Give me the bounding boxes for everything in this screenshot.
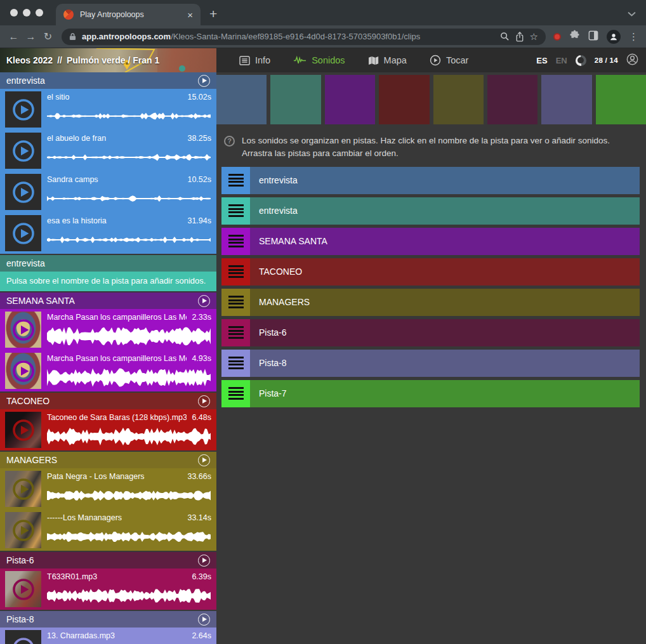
lang-es-button[interactable]: ES [536, 56, 547, 65]
project-banner[interactable]: Kleos 2022//Pulmón verde / Fran 1 [0, 48, 216, 72]
clip-play-icon[interactable] [12, 181, 35, 204]
bookmark-star-icon[interactable]: ☆ [530, 32, 538, 41]
tab-search-chevron-icon[interactable] [628, 8, 636, 19]
track-play-all-icon[interactable] [198, 454, 210, 466]
clip-waveform-box[interactable] [47, 422, 211, 450]
clip-waveform-box[interactable] [47, 481, 211, 509]
drag-handle[interactable] [221, 289, 250, 316]
clip-art[interactable] [5, 215, 41, 251]
nav-tab-tocar[interactable]: Tocar [430, 55, 468, 66]
track-header[interactable]: Pista-8 [0, 611, 216, 628]
window-zoom-button[interactable] [36, 9, 43, 16]
account-icon[interactable] [626, 53, 638, 68]
clip-play-icon[interactable] [12, 140, 35, 162]
clip-row[interactable]: ------Los Mananagers33.14s [0, 509, 216, 551]
clip-waveform-box[interactable] [47, 640, 211, 644]
track-swatch-pista-8-6[interactable] [541, 75, 591, 124]
clip-art[interactable] [5, 133, 41, 169]
clip-waveform-box[interactable] [47, 322, 211, 350]
clip-waveform-box[interactable] [47, 102, 211, 130]
track-swatch-pista-6-5[interactable] [487, 75, 537, 124]
clip-art[interactable] [5, 91, 41, 128]
track-play-all-icon[interactable] [198, 555, 210, 567]
address-bar[interactable]: app.antropoloops.com/Kleos-Santa-Marina/… [62, 29, 546, 45]
nav-tab-info[interactable]: Info [239, 55, 270, 65]
clip-art[interactable] [5, 353, 41, 389]
track-row-entrevista-0[interactable]: entrevista [221, 167, 640, 194]
track-header[interactable]: Pista-6 [0, 552, 216, 568]
clip-play-icon[interactable] [12, 419, 35, 442]
clip-art[interactable] [5, 512, 41, 548]
drag-handle[interactable] [221, 319, 250, 346]
track-swatch-taconeo-3[interactable] [379, 75, 429, 124]
window-close-button[interactable] [10, 9, 18, 16]
clip-row[interactable]: Marcha Pasan los campanilleros Las Mejor… [0, 309, 216, 350]
track-play-all-icon[interactable] [198, 614, 210, 626]
clip-play-icon[interactable] [12, 98, 35, 121]
clip-waveform-box[interactable] [47, 184, 211, 213]
track-swatch-managers-4[interactable] [433, 75, 484, 124]
clip-play-icon[interactable] [12, 360, 35, 383]
profile-avatar-icon[interactable] [607, 30, 621, 44]
clip-row[interactable]: Pata Negra - Los Managers33.66s [0, 468, 216, 509]
track-row-pista-7-7[interactable]: Pista-7 [221, 380, 640, 407]
clip-row[interactable]: 13. Charradas.mp32.64s [0, 628, 216, 644]
drag-handle[interactable] [221, 350, 250, 377]
tab-close-icon[interactable]: × [187, 10, 193, 20]
nav-tab-sonidos[interactable]: Sonidos [293, 55, 345, 65]
track-row-managers-4[interactable]: MANAGERS [221, 289, 640, 316]
back-button[interactable]: ← [5, 31, 22, 43]
track-row-pista-6-5[interactable]: Pista-6 [221, 319, 640, 346]
track-row-taconeo-3[interactable]: TACONEO [221, 258, 640, 286]
clip-art[interactable] [5, 312, 41, 348]
browser-menu-kebab-icon[interactable]: ⋮ [629, 31, 638, 43]
side-panel-icon[interactable] [588, 30, 598, 43]
drag-handle[interactable] [221, 258, 250, 286]
clip-row[interactable]: esa es la historia31.94s [0, 213, 216, 254]
reload-button[interactable]: ↻ [39, 30, 56, 43]
track-header[interactable]: SEMANA SANTA [0, 292, 216, 309]
clip-play-icon[interactable] [12, 637, 35, 644]
clip-row[interactable]: Taconeo de Sara Baras (128 kbps).mp36.48… [0, 409, 216, 450]
track-swatch-semana-santa-2[interactable] [325, 75, 375, 124]
forward-button[interactable]: → [22, 31, 39, 43]
drag-handle[interactable] [221, 197, 250, 225]
nav-tab-mapa[interactable]: Mapa [368, 55, 407, 65]
track-header[interactable]: entrevista [0, 255, 216, 272]
clip-waveform-box[interactable] [47, 143, 211, 171]
clip-waveform-box[interactable] [47, 225, 211, 254]
drag-handle[interactable] [221, 167, 250, 194]
track-play-all-icon[interactable] [198, 75, 210, 87]
clip-row[interactable]: Sandra camps10.52s [0, 171, 216, 213]
share-icon[interactable] [515, 32, 524, 42]
recording-extension-icon[interactable] [553, 33, 561, 41]
window-minimize-button[interactable] [23, 9, 30, 16]
clip-play-icon[interactable] [12, 519, 35, 542]
drag-handle[interactable] [221, 228, 250, 255]
clip-art[interactable] [5, 174, 41, 210]
new-tab-button[interactable]: + [209, 7, 217, 20]
clip-row[interactable]: T633R01.mp36.39s [0, 568, 216, 610]
clip-art[interactable] [5, 412, 41, 448]
track-row-entrevista-1[interactable]: entrevista [221, 197, 640, 225]
track-row-semana-santa-2[interactable]: SEMANA SANTA [221, 228, 640, 255]
clip-play-icon[interactable] [12, 478, 35, 501]
browser-tab[interactable]: Play Antropoloops × [56, 4, 201, 25]
drag-handle[interactable] [221, 380, 250, 407]
clip-play-icon[interactable] [12, 578, 35, 601]
track-swatch-pista-7-7[interactable] [596, 75, 646, 124]
clip-play-icon[interactable] [12, 222, 35, 245]
clip-row[interactable]: el sitio15.02s [0, 89, 216, 130]
track-row-pista-8-6[interactable]: Pista-8 [221, 350, 640, 377]
extensions-puzzle-icon[interactable] [569, 30, 580, 43]
track-header[interactable]: MANAGERS [0, 452, 216, 468]
clip-waveform-box[interactable] [47, 581, 211, 610]
track-header[interactable]: entrevista [0, 72, 216, 89]
track-swatch-entrevista-1[interactable] [270, 75, 320, 124]
track-play-all-icon[interactable] [198, 295, 210, 307]
clip-row[interactable]: el abuelo de fran38.25s [0, 130, 216, 171]
track-header[interactable]: TACONEO [0, 393, 216, 409]
clip-waveform-box[interactable] [47, 522, 211, 551]
clip-art[interactable] [5, 471, 41, 507]
clip-row[interactable]: Marcha Pasan los campanilleros Las Mejor… [0, 350, 216, 391]
